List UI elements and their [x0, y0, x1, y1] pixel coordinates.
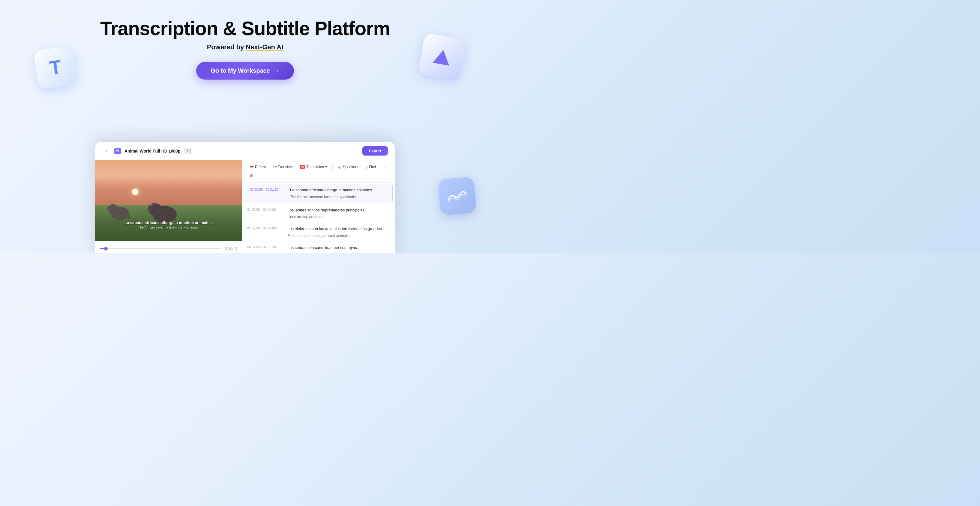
- video-controls: 00:00:04: [95, 241, 242, 253]
- progress-handle[interactable]: [104, 247, 108, 251]
- transcript-panel: ⇄ Reflow ⟳ Translate AI Translation ▾ ⊕ …: [242, 160, 395, 253]
- main-title: Transcription & Subtitle Platform: [100, 18, 390, 39]
- entry-original-1: La sabana africana alberga a muchos anim…: [290, 187, 388, 193]
- entry-time-2: 01:01.50 - 00:02.80: [247, 207, 283, 220]
- elephant-left-icon: [107, 197, 137, 221]
- entry-text-3: Los elefantes son los animales terrestre…: [287, 226, 390, 238]
- entry-original-4: Las cebras son conocidas por sus rayas.: [287, 245, 390, 251]
- svg-point-7: [150, 204, 153, 206]
- more-button[interactable]: ···: [380, 163, 389, 171]
- app-preview: ‹ W Animal World Full HD 1080p + Export: [95, 142, 395, 253]
- transcript-content: 00:00.00 - 00:01.50 La sabana africana a…: [242, 183, 395, 253]
- entry-text-2: Los leones son los depredadores principa…: [287, 207, 390, 220]
- translate-label: Translate: [278, 165, 293, 169]
- file-icon-letter: W: [116, 149, 119, 153]
- cta-button[interactable]: Go to My Workspace →: [196, 62, 294, 80]
- translation-button[interactable]: AI Translation ▾: [297, 163, 330, 171]
- speakers-button[interactable]: ⊕ Speakers: [335, 163, 361, 171]
- plus-icon: +: [186, 148, 189, 154]
- entry-translation-4: Zebras are known for their stripes.: [287, 252, 390, 253]
- entry-text-4: Las cebras son conocidas por sus rayas. …: [287, 245, 390, 254]
- entry-time-1: 00:00.00 - 00:01.50: [250, 187, 286, 200]
- svg-point-2: [109, 204, 114, 208]
- app-header: ‹ W Animal World Full HD 1080p + Export: [95, 142, 395, 160]
- entry-translation-1: The African savanna hosts many animals.: [290, 194, 388, 200]
- arrow-right-icon: →: [274, 67, 280, 74]
- speakers-icon: ⊕: [338, 164, 342, 169]
- transcript-entry-1[interactable]: 00:00.00 - 00:01.50 La sabana africana a…: [245, 184, 393, 203]
- progress-bar[interactable]: [100, 248, 221, 249]
- transcript-entry-3[interactable]: 02:02.80 - 00:04.00 Los elefantes son lo…: [242, 223, 395, 242]
- video-panel: La sabana africana alberga a muchos anim…: [95, 160, 242, 253]
- cta-label: Go to My Workspace: [211, 67, 270, 74]
- find-label: Find: [369, 165, 376, 169]
- ai-badge: AI: [300, 165, 305, 169]
- speakers-label: Speakers: [343, 165, 358, 169]
- entry-translation-3: Elephants are the largest land animals.: [287, 233, 390, 238]
- entry-time-4: 04:04.00 - 00:05.30: [247, 245, 283, 254]
- elephant-right-icon: [147, 195, 183, 223]
- video-thumbnail: La sabana africana alberga a muchos anim…: [95, 160, 242, 241]
- back-chevron-icon: ‹: [106, 148, 107, 154]
- deco-right-bottom-icon: [439, 178, 475, 214]
- subtitle-highlight: Next-Gen AI: [246, 43, 283, 51]
- svg-point-3: [110, 204, 111, 206]
- reflow-label: Reflow: [255, 165, 266, 169]
- video-sun: [132, 188, 138, 195]
- entry-original-3: Los elefantes son los animales terrestre…: [287, 226, 390, 232]
- file-type-icon: W: [114, 148, 121, 154]
- video-subtitle-line1: La sabana africana alberga a muchos anim…: [101, 220, 236, 225]
- reflow-button[interactable]: ⇄ Reflow: [247, 163, 269, 171]
- translation-dropdown-icon: ▾: [325, 165, 327, 169]
- subtitle-prefix: Powered by: [207, 43, 246, 51]
- wave-card: [438, 177, 477, 215]
- transcript-entry-2[interactable]: 01:01.50 - 00:02.80 Los leones son los d…: [242, 204, 395, 223]
- file-name: Animal World Full HD 1080p: [124, 148, 180, 153]
- app-body: La sabana africana alberga a muchos anim…: [95, 160, 395, 253]
- entry-text-1: La sabana africana alberga a muchos anim…: [290, 187, 388, 200]
- subtitle: Powered by Next-Gen AI: [207, 43, 283, 51]
- transcript-entry-4[interactable]: 04:04.00 - 00:05.30 Las cebras son conoc…: [242, 242, 395, 254]
- entry-original-2: Los leones son los depredadores principa…: [287, 207, 390, 213]
- translate-button[interactable]: ⟳ Translate: [270, 163, 296, 171]
- export-label: Export: [369, 148, 381, 153]
- find-icon: ⌕: [365, 164, 368, 169]
- entry-translation-2: Lions are top predators.: [287, 214, 390, 220]
- translate-icon: ⟳: [273, 164, 277, 169]
- layout-button[interactable]: ⊞: [247, 172, 256, 179]
- entry-time-3: 02:02.80 - 00:04.00: [247, 226, 283, 238]
- wave-icon: [446, 188, 468, 204]
- add-tab-button[interactable]: +: [184, 148, 191, 154]
- reflow-icon: ⇄: [250, 164, 254, 169]
- transcript-toolbar: ⇄ Reflow ⟳ Translate AI Translation ▾ ⊕ …: [242, 160, 395, 183]
- hero-section: Transcription & Subtitle Platform Powere…: [0, 0, 490, 80]
- layout-icon: ⊞: [250, 174, 253, 178]
- subtitle-overlay: La sabana africana alberga a muchos anim…: [95, 220, 242, 229]
- more-icon: ···: [383, 165, 386, 169]
- app-header-left: ‹ W Animal World Full HD 1080p +: [102, 147, 191, 155]
- back-button[interactable]: ‹: [102, 147, 111, 155]
- export-button[interactable]: Export: [362, 146, 388, 156]
- time-display: 00:00:04: [224, 247, 237, 251]
- find-button[interactable]: ⌕ Find: [362, 163, 379, 171]
- translation-label: Translation: [306, 165, 324, 169]
- video-subtitle-line2: The African savanna hosts many animals.: [101, 225, 236, 229]
